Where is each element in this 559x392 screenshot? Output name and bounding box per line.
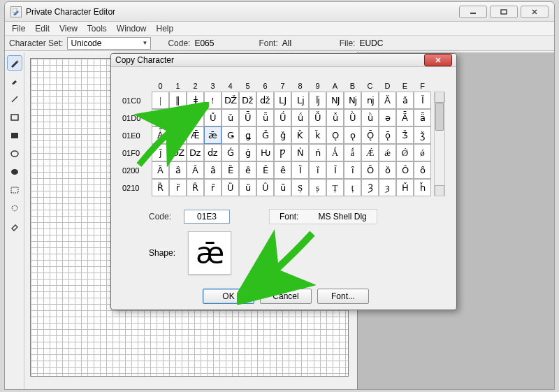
char-cell[interactable]: ! xyxy=(204,92,222,109)
char-cell[interactable]: ȁ xyxy=(169,161,187,179)
char-cell[interactable]: Ǽ xyxy=(361,144,379,161)
char-cell[interactable]: ǐ xyxy=(152,109,169,126)
char-cell[interactable]: ȍ xyxy=(379,161,396,179)
char-cell[interactable]: Ȟ xyxy=(396,179,414,196)
dialog-close-button[interactable] xyxy=(424,54,452,66)
maximize-button[interactable] xyxy=(490,6,518,18)
char-cell[interactable]: Ȝ xyxy=(361,179,379,196)
filled-rect-tool[interactable] xyxy=(7,128,22,143)
free-select-tool[interactable] xyxy=(7,201,22,216)
filled-ellipse-tool[interactable] xyxy=(7,164,22,180)
char-cell[interactable]: Ǿ xyxy=(396,144,414,161)
char-cell[interactable]: ȇ xyxy=(274,161,291,179)
pencil-tool[interactable] xyxy=(7,55,22,71)
char-cell[interactable]: ‖ xyxy=(169,92,187,109)
minimize-button[interactable] xyxy=(459,6,487,18)
char-cell[interactable]: ǒ xyxy=(187,109,204,126)
line-tool[interactable] xyxy=(7,92,22,107)
char-cell[interactable]: Ȅ xyxy=(222,161,239,179)
font-button[interactable]: Font... xyxy=(317,289,369,304)
char-cell[interactable]: ǆ xyxy=(256,92,274,109)
char-cell[interactable]: | xyxy=(152,92,169,109)
char-cell[interactable]: ǅ xyxy=(239,92,256,109)
char-cell[interactable]: ǻ xyxy=(344,144,361,161)
char-cell[interactable]: Ȁ xyxy=(152,161,169,179)
char-cell[interactable]: Ǡ xyxy=(152,126,169,144)
char-cell[interactable]: Ǒ xyxy=(169,109,187,126)
char-cell[interactable]: ǲ xyxy=(187,144,204,161)
char-cell[interactable]: Ȑ xyxy=(152,179,169,196)
char-cell[interactable]: Ǵ xyxy=(222,144,239,161)
char-cell[interactable]: ǩ xyxy=(309,126,326,144)
char-cell[interactable]: Ǯ xyxy=(396,126,414,144)
hollow-rect-tool[interactable] xyxy=(7,110,22,125)
char-cell[interactable]: Ȉ xyxy=(291,161,309,179)
char-cell[interactable]: Ȓ xyxy=(187,179,204,196)
char-cell[interactable]: Ǘ xyxy=(274,109,291,126)
char-cell[interactable]: ǫ xyxy=(344,126,361,144)
char-cell[interactable]: ȝ xyxy=(379,179,396,196)
char-cell[interactable]: Ǉ xyxy=(274,92,291,109)
char-cell[interactable]: ȑ xyxy=(169,179,187,196)
code-input[interactable]: 01E3 xyxy=(184,210,230,224)
char-cell[interactable]: ǿ xyxy=(414,144,431,161)
char-cell[interactable]: Ș xyxy=(291,179,309,196)
char-cell[interactable]: Ǻ xyxy=(326,144,344,161)
char-cell[interactable]: Ǜ xyxy=(344,109,361,126)
char-cell[interactable]: Ȋ xyxy=(326,161,344,179)
char-cell[interactable]: Ȏ xyxy=(396,161,414,179)
char-cell[interactable]: Ȍ xyxy=(361,161,379,179)
eraser-tool[interactable] xyxy=(7,219,22,234)
char-cell[interactable]: ț xyxy=(344,179,361,196)
char-cell[interactable]: Ȃ xyxy=(187,161,204,179)
char-cell[interactable]: ǟ xyxy=(414,109,431,126)
char-cell[interactable]: ǝ xyxy=(379,109,396,126)
char-cell[interactable]: ȋ xyxy=(344,161,361,179)
char-cell[interactable]: ǘ xyxy=(291,109,309,126)
rect-select-tool[interactable] xyxy=(7,182,22,198)
char-cell[interactable]: ǧ xyxy=(274,126,291,144)
char-cell[interactable]: ǹ xyxy=(309,144,326,161)
char-cell[interactable]: ȕ xyxy=(239,179,256,196)
close-button[interactable] xyxy=(521,6,549,18)
menu-file[interactable]: File xyxy=(12,24,25,34)
charset-select[interactable]: Unicode ▼ xyxy=(67,37,151,50)
char-cell[interactable]: Ȕ xyxy=(222,179,239,196)
char-cell[interactable]: ȏ xyxy=(414,161,431,179)
char-cell[interactable]: Ȇ xyxy=(256,161,274,179)
char-cell[interactable]: Ȗ xyxy=(256,179,274,196)
char-cell[interactable]: ǰ xyxy=(152,144,169,161)
char-cell[interactable]: ȟ xyxy=(414,179,431,196)
char-cell[interactable]: ȃ xyxy=(204,161,222,179)
menu-tools[interactable]: Tools xyxy=(87,24,107,34)
char-cell[interactable]: ǵ xyxy=(239,144,256,161)
char-cell[interactable]: ǎ xyxy=(396,92,414,109)
char-cell[interactable]: Ƕ xyxy=(256,144,274,161)
hollow-ellipse-tool[interactable] xyxy=(7,146,22,161)
ok-button[interactable]: OK xyxy=(203,289,254,304)
char-cell[interactable]: Ǭ xyxy=(361,126,379,144)
char-cell[interactable]: Ǣ xyxy=(187,126,204,144)
char-cell[interactable]: Ǖ xyxy=(239,109,256,126)
menu-window[interactable]: Window xyxy=(117,24,147,34)
char-cell[interactable]: Ǹ xyxy=(291,144,309,161)
char-cell[interactable]: Ǔ xyxy=(204,109,222,126)
char-cell[interactable]: Ǥ xyxy=(222,126,239,144)
brush-tool[interactable] xyxy=(7,73,22,89)
char-cell[interactable]: ǋ xyxy=(344,92,361,109)
cancel-button[interactable]: Cancel xyxy=(260,289,312,304)
char-cell[interactable]: Ǟ xyxy=(396,109,414,126)
char-cell[interactable]: Ț xyxy=(326,179,344,196)
char-cell[interactable]: ǚ xyxy=(326,109,344,126)
char-cell[interactable]: ǭ xyxy=(379,126,396,144)
char-cell[interactable]: ǽ xyxy=(379,144,396,161)
char-cell[interactable]: Ƿ xyxy=(274,144,291,161)
char-cell[interactable]: ǂ xyxy=(187,92,204,109)
menu-edit[interactable]: Edit xyxy=(35,24,50,34)
char-cell[interactable]: ǯ xyxy=(414,126,431,144)
grid-scrollbar[interactable] xyxy=(434,92,445,196)
char-cell[interactable]: ș xyxy=(309,179,326,196)
char-cell[interactable]: ǌ xyxy=(361,92,379,109)
char-cell[interactable]: Ǳ xyxy=(169,144,187,161)
char-cell[interactable]: ǜ xyxy=(361,109,379,126)
